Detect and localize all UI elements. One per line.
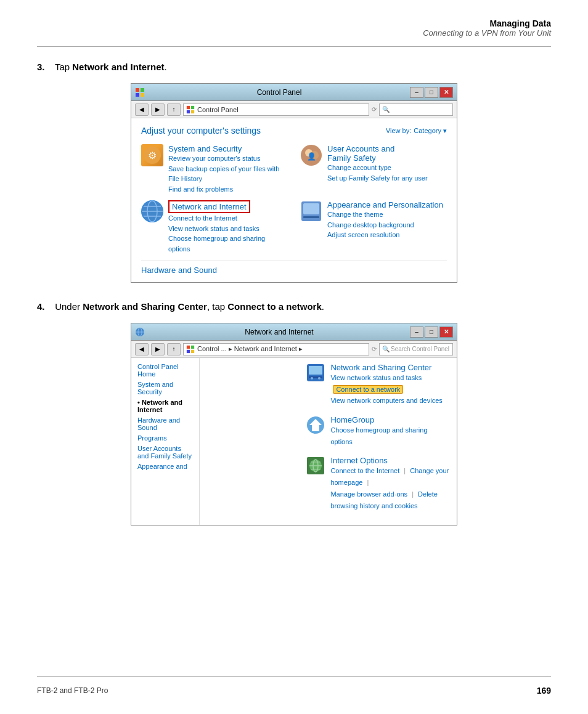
ni-homegroup-icon	[306, 415, 325, 435]
cp-users-link1[interactable]: Change account type	[327, 163, 428, 173]
ni-section-homegroup: HomeGroup Choose homegroup and sharing o…	[306, 415, 449, 447]
svg-rect-4	[187, 105, 190, 108]
cp-network-title[interactable]: Network and Internet	[168, 200, 250, 213]
cp-network-link3[interactable]: Choose homegroup and sharing options	[168, 233, 288, 254]
cp-network-link1[interactable]: Connect to the Internet	[168, 213, 288, 224]
cp-search-box[interactable]: 🔍	[379, 103, 453, 116]
cp-appearance-link3[interactable]: Adjust screen resolution	[327, 230, 443, 240]
ni-titlebar: Network and Internet – □ ✕	[131, 323, 457, 341]
cp-appearance-title[interactable]: Appearance and Personalization	[327, 200, 443, 209]
cp-system-link3[interactable]: Find and fix problems	[168, 184, 288, 195]
step4-instruction: 4. Under Network and Sharing Center, tap…	[37, 301, 551, 312]
ni-homegroup-content: HomeGroup Choose homegroup and sharing o…	[330, 415, 449, 447]
cp-maximize-btn[interactable]: □	[425, 87, 438, 98]
cp-screenshot: Control Panel – □ ✕ ◀ ▶ ↑ Control Panel	[131, 83, 457, 283]
cp-viewby-label: View by:	[386, 127, 411, 134]
svg-text:⚙: ⚙	[148, 150, 157, 161]
ni-main-layout: Control Panel Home System and Security N…	[131, 358, 457, 525]
ni-internet-content: Internet Options Connect to the Internet…	[330, 456, 449, 511]
ni-maximize-btn[interactable]: □	[425, 327, 438, 338]
cp-system-icon: ⚙	[141, 144, 163, 166]
cp-close-btn[interactable]: ✕	[439, 87, 453, 98]
cp-network-link2[interactable]: View network status and tasks	[168, 224, 288, 234]
ni-sharing-icon	[306, 363, 325, 383]
header-rule	[37, 46, 551, 47]
ni-sidebar-system[interactable]: System and Security	[137, 381, 193, 396]
ni-sidebar-programs[interactable]: Programs	[137, 434, 193, 442]
page-footer: FTB-2 and FTB-2 Pro 169	[37, 686, 551, 696]
ni-sidebar-network[interactable]: Network and Internet	[137, 399, 193, 413]
ni-sidebar-appearance[interactable]: Appearance and	[137, 463, 193, 470]
ni-sidebar: Control Panel Home System and Security N…	[131, 358, 200, 525]
cp-system-title[interactable]: System and Security	[168, 144, 288, 153]
cp-system-link1[interactable]: Review your computer's status	[168, 153, 288, 164]
cp-refresh-icon[interactable]: ⟳	[372, 106, 377, 113]
ni-search-box[interactable]: 🔍 Search Control Panel	[379, 343, 453, 355]
svg-point-33	[318, 377, 321, 379]
ni-section-sharing: Network and Sharing Center View network …	[306, 363, 449, 407]
cp-header-row: Adjust your computer's settings View by:…	[141, 126, 447, 136]
ni-sidebar-hardware[interactable]: Hardware and Sound	[137, 416, 193, 431]
ni-search-icon: 🔍	[382, 346, 390, 352]
ni-internet-row: Internet Options Connect to the Internet…	[306, 456, 449, 511]
main-content: 3. Tap Network and Internet. Control Pan…	[37, 62, 551, 544]
cp-item-appearance: Appearance and Personalization Change th…	[300, 200, 447, 254]
cp-address-path[interactable]: Control Panel	[183, 103, 369, 116]
cp-content: Adjust your computer's settings View by:…	[131, 118, 457, 282]
cp-up-btn[interactable]: ↑	[167, 103, 181, 116]
ni-homegroup-title[interactable]: HomeGroup	[330, 415, 449, 424]
ni-close-btn[interactable]: ✕	[439, 327, 453, 338]
ni-path-text: Control ... ▸ Network and Internet ▸	[197, 345, 303, 353]
ni-window-controls[interactable]: – □ ✕	[410, 327, 453, 338]
cp-users-title[interactable]: User Accounts andFamily Safety	[327, 144, 428, 163]
svg-rect-20	[303, 203, 319, 214]
ni-internet-link3[interactable]: Manage browser add-ons	[330, 490, 407, 498]
ni-sharing-link1[interactable]: View network status and tasks	[330, 374, 422, 381]
ni-minimize-btn[interactable]: –	[410, 327, 423, 338]
ni-window-title: Network and Internet	[149, 328, 410, 336]
ni-address-path[interactable]: Control ... ▸ Network and Internet ▸	[183, 343, 369, 355]
ni-window-icon	[135, 327, 145, 337]
footer-model: FTB-2 and FTB-2 Pro	[37, 686, 108, 695]
header-title: Managing Data	[423, 18, 551, 28]
cp-network-text: Network and Internet Connect to the Inte…	[168, 200, 288, 254]
cp-system-link2[interactable]: Save backup copies of your files with Fi…	[168, 164, 288, 184]
header-subtitle: Connecting to a VPN from Your Unit	[423, 28, 551, 38]
ni-sidebar-home[interactable]: Control Panel Home	[137, 363, 193, 378]
svg-rect-25	[187, 345, 190, 348]
cp-network-icon	[141, 200, 163, 222]
cp-hardware-partial[interactable]: Hardware and Sound	[141, 260, 447, 275]
ni-main-area: Network and Sharing Center View network …	[298, 358, 457, 525]
cp-users-link2[interactable]: Set up Family Safety for any user	[327, 173, 428, 184]
svg-rect-30	[309, 366, 322, 375]
ni-sharing-link2[interactable]: View network computers and devices	[330, 397, 442, 404]
ni-homegroup-link1[interactable]: Choose homegroup and sharing options	[330, 426, 427, 445]
ni-up-btn[interactable]: ↑	[167, 343, 181, 355]
ni-internet-link1[interactable]: Connect to the Internet	[330, 467, 399, 474]
svg-rect-3	[141, 93, 144, 97]
cp-minimize-btn[interactable]: –	[410, 87, 423, 98]
step4-text: Under Network and Sharing Center, tap Co…	[55, 301, 324, 312]
cp-appearance-link1[interactable]: Change the theme	[327, 209, 443, 220]
cp-viewby: View by: Category ▾	[386, 127, 447, 135]
cp-forward-btn[interactable]: ▶	[151, 103, 165, 116]
ni-sharing-title[interactable]: Network and Sharing Center	[330, 363, 449, 372]
cp-appearance-link2[interactable]: Change desktop background	[327, 220, 443, 230]
ni-forward-btn[interactable]: ▶	[151, 343, 165, 355]
step3-text: Tap Network and Internet.	[55, 62, 167, 72]
svg-rect-21	[303, 216, 319, 218]
ni-refresh-icon[interactable]: ⟳	[372, 346, 377, 352]
svg-rect-5	[191, 105, 194, 108]
ni-sidebar-users[interactable]: User Accounts and Family Safety	[137, 445, 193, 460]
ni-internet-title[interactable]: Internet Options	[330, 456, 449, 465]
svg-rect-28	[191, 349, 194, 352]
cp-path-text: Control Panel	[197, 106, 239, 113]
svg-rect-26	[191, 345, 194, 348]
cp-back-btn[interactable]: ◀	[135, 103, 149, 116]
cp-window-icon	[135, 87, 145, 97]
ni-back-btn[interactable]: ◀	[135, 343, 149, 355]
cp-viewby-value[interactable]: Category ▾	[414, 127, 447, 135]
ni-sharing-connect[interactable]: Connect to a network	[333, 385, 403, 394]
step4-number: 4.	[37, 301, 45, 312]
cp-window-controls[interactable]: – □ ✕	[410, 87, 453, 98]
